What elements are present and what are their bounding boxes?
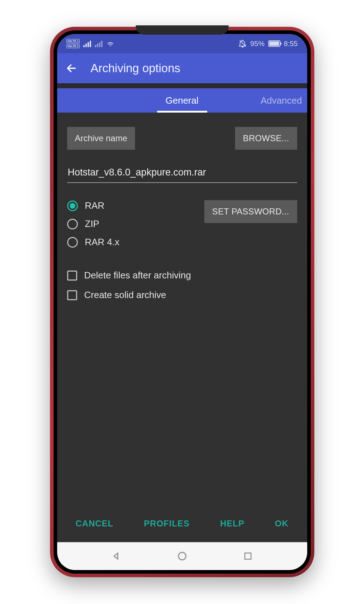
radio-label: ZIP: [85, 218, 99, 229]
archive-name-row: Archive name BROWSE...: [67, 127, 297, 150]
back-button[interactable]: [65, 62, 78, 75]
battery-icon: [268, 40, 280, 47]
radio-zip[interactable]: ZIP: [67, 218, 120, 229]
checkbox-icon: [67, 271, 77, 281]
archive-name-label: Archive name: [67, 127, 135, 150]
square-icon: [243, 551, 253, 561]
checkbox-solid-archive[interactable]: Create solid archive: [67, 289, 297, 301]
phone-frame: VoLTE 1 VoLTE 2 95% 8:55: [50, 27, 314, 577]
radio-icon: [67, 219, 78, 229]
help-button[interactable]: HELP: [215, 515, 249, 532]
clock: 8:55: [284, 40, 298, 48]
nav-recent-button[interactable]: [241, 549, 255, 563]
browse-button[interactable]: BROWSE...: [235, 127, 297, 150]
archive-name-input[interactable]: [67, 163, 297, 183]
triangle-left-icon: [111, 551, 121, 561]
phone-bezel: VoLTE 1 VoLTE 2 95% 8:55: [54, 30, 311, 574]
page-title: Archiving options: [91, 61, 180, 75]
checkbox-label: Delete files after archiving: [84, 270, 191, 281]
tab-bar: General Advanced: [57, 88, 307, 113]
wifi-icon: [106, 39, 115, 48]
tab-spacer-left: [57, 88, 111, 113]
tab-advanced[interactable]: Advanced: [254, 88, 307, 113]
status-right: 95% 8:55: [238, 39, 298, 48]
battery-percent: 95%: [250, 40, 265, 48]
cancel-button[interactable]: CANCEL: [71, 515, 119, 532]
volte-indicators: VoLTE 1 VoLTE 2: [66, 39, 80, 48]
volte-1-icon: VoLTE 1: [66, 39, 80, 43]
radio-label: RAR 4.x: [85, 237, 120, 248]
format-radio-group: RAR ZIP RAR 4.x: [67, 200, 120, 248]
radio-icon: [67, 200, 78, 211]
checkbox-delete-after[interactable]: Delete files after archiving: [67, 270, 297, 281]
status-bar: VoLTE 1 VoLTE 2 95% 8:55: [57, 34, 307, 53]
content-general: Archive name BROWSE... RAR ZIP: [57, 113, 307, 542]
svg-point-0: [178, 553, 186, 560]
circle-icon: [177, 551, 187, 561]
nav-back-button[interactable]: [109, 549, 123, 563]
nav-home-button[interactable]: [175, 549, 189, 563]
set-password-button[interactable]: SET PASSWORD...: [204, 200, 297, 223]
screen: VoLTE 1 VoLTE 2 95% 8:55: [57, 34, 307, 570]
ok-button[interactable]: OK: [270, 515, 293, 532]
signal-2-icon: [95, 40, 103, 47]
checkbox-icon: [67, 290, 77, 300]
svg-rect-1: [245, 553, 251, 559]
arrow-left-icon: [66, 63, 77, 74]
volte-2-icon: VoLTE 2: [66, 44, 80, 48]
radio-label: RAR: [85, 200, 105, 211]
format-row: RAR ZIP RAR 4.x SET PASSWORD...: [67, 200, 297, 248]
status-left: VoLTE 1 VoLTE 2: [66, 39, 115, 48]
mute-icon: [238, 39, 247, 48]
checkbox-label: Create solid archive: [84, 289, 166, 301]
app-bar: Archiving options: [57, 53, 307, 83]
options-checkbox-group: Delete files after archiving Create soli…: [67, 270, 297, 301]
radio-rar4[interactable]: RAR 4.x: [67, 237, 120, 248]
footer-actions: CANCEL PROFILES HELP OK: [67, 506, 297, 542]
divider: [57, 83, 307, 88]
signal-1-icon: [83, 40, 91, 47]
tab-general[interactable]: General: [111, 88, 254, 113]
radio-icon: [67, 237, 78, 248]
profiles-button[interactable]: PROFILES: [139, 515, 195, 532]
system-nav-bar: [57, 542, 307, 570]
radio-rar[interactable]: RAR: [67, 200, 120, 211]
